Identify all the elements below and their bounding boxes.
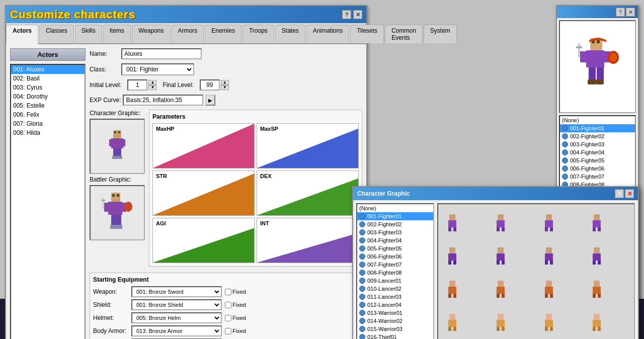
tab-system[interactable]: System [424, 25, 457, 43]
class-select[interactable]: 001: Fighter [121, 63, 194, 75]
param-int[interactable]: INT [257, 218, 359, 263]
char-graphic-sprites-grid[interactable] [437, 203, 635, 339]
char-graphic-dialog-close[interactable]: ✕ [625, 189, 634, 198]
char-graphic-item[interactable]: 011-Lancer03 [357, 293, 433, 301]
char-graphic-item[interactable]: 006-Fighter06 [357, 252, 433, 261]
actors-list[interactable]: 001: Aluxes 002: Basil 003: Cyrus 004: D… [10, 64, 86, 339]
sprite-cell[interactable] [489, 239, 513, 272]
actor-list-item[interactable]: 001: Aluxes [11, 65, 85, 74]
shield-select[interactable]: 001: Bronze Shield [131, 299, 222, 310]
char-list-close[interactable]: ✕ [626, 8, 635, 17]
char-graphic-item[interactable]: 012-Lancer04 [357, 301, 433, 309]
char-graphic-item[interactable]: 004-Fighter04 [357, 236, 433, 244]
weapon-select[interactable]: 001: Bronze Sword [131, 286, 222, 297]
sprite-cell[interactable] [585, 306, 609, 338]
tab-animations[interactable]: Animations [306, 25, 349, 43]
initial-level-input[interactable] [127, 79, 147, 91]
battler-graphic-preview[interactable] [90, 185, 145, 240]
body-armor-select[interactable]: 013: Bronze Armor [131, 325, 222, 336]
char-graphic-dialog-help[interactable]: ? [615, 189, 624, 198]
tab-states[interactable]: States [275, 25, 305, 43]
param-str[interactable]: STR [152, 171, 255, 216]
sprite-cell[interactable] [537, 273, 561, 305]
char-graphic-none[interactable]: (None) [357, 204, 433, 212]
char-graphic-item[interactable]: 013-Warrior01 [357, 309, 433, 317]
actor-list-item[interactable]: 008: Hilda [11, 128, 85, 137]
char-graphic-item[interactable]: 016-Thief01 [357, 333, 433, 339]
char-list-none[interactable]: (None) [560, 116, 635, 124]
char-graphic-item[interactable]: 003-Fighter03 [357, 228, 433, 236]
tab-troops[interactable]: Troops [243, 25, 274, 43]
helmet-select[interactable]: 005: Bronze Helm [131, 312, 222, 323]
param-maxsp[interactable]: MaxSP [257, 123, 359, 168]
tab-tilesets[interactable]: Tilesets [350, 25, 384, 43]
sprite-cell[interactable] [440, 273, 464, 305]
char-graphic-item[interactable]: 009-Lancer01 [357, 277, 433, 285]
tab-common-events[interactable]: Common Events [385, 25, 423, 43]
param-maxhp[interactable]: MaxHP [152, 123, 255, 168]
sprite-cell[interactable] [489, 273, 513, 305]
char-list-item[interactable]: 005-Fighter05 [560, 156, 635, 164]
param-dex[interactable]: DEX [257, 171, 359, 216]
actor-list-item[interactable]: 003: Cyrus [11, 83, 85, 92]
actor-list-item[interactable]: 006: Felix [11, 110, 85, 119]
sprite-cell[interactable] [585, 206, 609, 238]
final-level-up[interactable]: ▲ [221, 80, 229, 85]
actor-list-item[interactable]: 005: Estelle [11, 101, 85, 110]
sprite-cell[interactable] [537, 239, 561, 272]
helmet-fixed[interactable]: Fixed [225, 315, 246, 321]
sprite-cell[interactable] [585, 273, 609, 305]
char-graphic-item[interactable]: 015-Warrior03 [357, 325, 433, 333]
char-graphic-item[interactable]: 001-Fighter01 [357, 212, 433, 220]
final-level-input[interactable] [200, 79, 220, 91]
char-graphic-item[interactable]: 005-Fighter05 [357, 244, 433, 252]
exp-curve-button[interactable]: ▶ [205, 95, 215, 106]
sprite-cell[interactable] [489, 206, 513, 238]
initial-level-up[interactable]: ▲ [148, 80, 156, 85]
char-graphic-list[interactable]: (None) 001-Fighter01 002-Fighter02 003-F… [356, 203, 434, 339]
helmet-fixed-checkbox[interactable] [225, 315, 231, 321]
actor-list-item[interactable]: 004: Dorothy [11, 92, 85, 101]
sprite-cell[interactable] [440, 306, 464, 338]
char-list-item[interactable]: 007-Fighter07 [560, 173, 635, 181]
sprite-cell[interactable] [537, 306, 561, 338]
tab-weapons[interactable]: Weapons [132, 25, 170, 43]
tab-classes[interactable]: Classes [39, 25, 74, 43]
body-armor-fixed[interactable]: Fixed [225, 328, 246, 334]
char-graphic-item[interactable]: 014-Warrior02 [357, 317, 433, 325]
sprite-cell[interactable] [537, 206, 561, 238]
sprite-cell[interactable] [440, 239, 464, 272]
char-graphic-item[interactable]: 008-Fighter08 [357, 269, 433, 277]
shield-fixed-checkbox[interactable] [225, 302, 231, 308]
tab-skills[interactable]: Skills [75, 25, 102, 43]
char-graphic-preview[interactable] [90, 119, 145, 174]
char-list-item[interactable]: 006-Fighter06 [560, 164, 635, 173]
char-list-item[interactable]: 002-Fighter02 [560, 132, 635, 140]
char-graphic-item[interactable]: 002-Fighter02 [357, 220, 433, 228]
tab-items[interactable]: Items [103, 25, 131, 43]
close-button[interactable]: ✕ [353, 10, 362, 19]
char-graphic-item[interactable]: 010-Lancer02 [357, 285, 433, 293]
exp-curve-input[interactable] [123, 95, 203, 106]
tab-actors[interactable]: Actors [6, 25, 38, 44]
sprite-cell[interactable] [585, 239, 609, 272]
weapon-fixed-checkbox[interactable] [225, 289, 231, 295]
tab-armors[interactable]: Armors [172, 25, 204, 43]
sprite-cell[interactable] [489, 306, 513, 338]
char-list-item[interactable]: 001-Fighter01 [560, 124, 635, 132]
body-armor-fixed-checkbox[interactable] [225, 328, 231, 334]
final-level-down[interactable]: ▼ [221, 85, 229, 90]
weapon-fixed[interactable]: Fixed [225, 289, 246, 295]
tab-enemies[interactable]: Enemies [205, 25, 242, 43]
initial-level-down[interactable]: ▼ [148, 85, 156, 90]
sprite-cell[interactable] [440, 206, 464, 238]
shield-fixed[interactable]: Fixed [225, 302, 246, 308]
char-graphic-item[interactable]: 007-Fighter07 [357, 261, 433, 269]
actor-list-item[interactable]: 007: Gloria [11, 119, 85, 128]
help-button[interactable]: ? [342, 10, 351, 19]
char-list-item[interactable]: 004-Fighter04 [560, 148, 635, 156]
char-list-item[interactable]: 003-Fighter03 [560, 140, 635, 148]
char-list-help[interactable]: ? [616, 8, 625, 17]
name-input[interactable] [121, 48, 202, 59]
actor-list-item[interactable]: 002: Basil [11, 74, 85, 83]
